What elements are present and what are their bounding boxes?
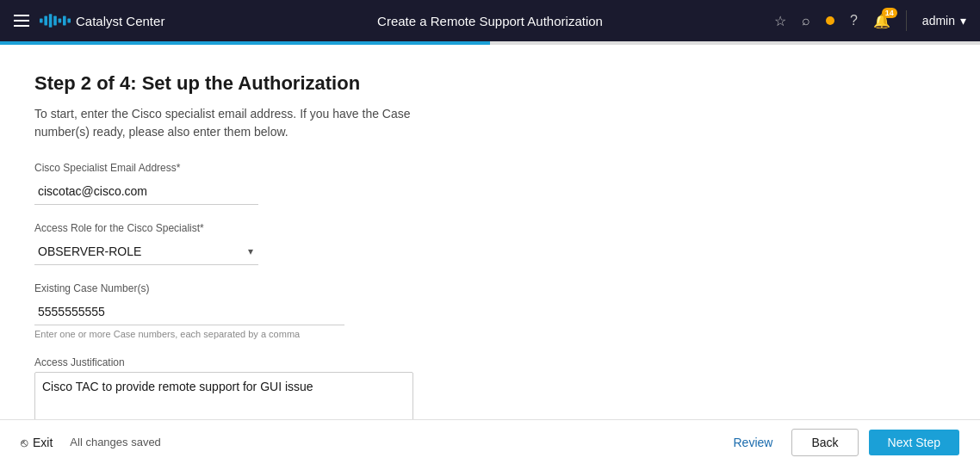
case-number-field[interactable] [34,298,344,325]
role-group: Access Role for the Cisco Specialist* OB… [34,222,946,265]
svg-rect-0 [40,19,43,23]
star-button[interactable]: ☆ [774,13,786,29]
nav-divider [906,10,907,31]
role-select-wrapper: OBSERVER-ROLE ADMIN-ROLE READ-ONLY ▾ [34,238,258,265]
svg-rect-2 [49,14,53,28]
step-title: Step 2 of 4: Set up the Authorization [34,72,946,95]
justification-label: Access Justification [34,356,946,368]
email-field[interactable] [34,177,258,205]
top-nav: Catalyst Center Create a Remote Support … [0,0,980,41]
page-title: Create a Remote Support Authorization [377,14,603,28]
exit-button[interactable]: ⎋ Exit [21,436,53,449]
main-content: Step 2 of 4: Set up the Authorization To… [0,45,980,419]
case-number-group: Existing Case Number(s) Enter one or mor… [34,282,946,339]
role-label: Access Role for the Cisco Specialist* [34,222,946,234]
notifications-badge: 14 [882,8,897,18]
cisco-logo [40,12,71,29]
email-group: Cisco Specialist Email Address* [34,162,946,205]
back-button[interactable]: Back [791,429,858,456]
notifications-button[interactable]: 🔔 14 [873,13,890,29]
admin-section[interactable]: admin ▾ [922,14,966,28]
chevron-down-icon: ▾ [960,14,966,28]
review-button[interactable]: Review [724,430,781,455]
exit-icon: ⎋ [21,436,28,449]
svg-rect-4 [59,19,62,23]
case-number-label: Existing Case Number(s) [34,282,946,294]
justification-textarea[interactable]: Cisco TAC to provide remote support for … [34,372,413,419]
presence-button[interactable] [826,16,834,25]
nav-icons: ☆ ⌕ ? 🔔 14 admin ▾ [774,10,966,31]
svg-rect-5 [63,16,66,26]
next-step-button[interactable]: Next Step [869,430,959,455]
svg-rect-6 [67,19,71,23]
changes-saved-status: All changes saved [70,436,724,449]
justification-group: Access Justification Cisco TAC to provid… [34,356,946,419]
email-label: Cisco Specialist Email Address* [34,162,946,174]
exit-label: Exit [33,436,53,449]
footer-buttons: Review Back Next Step [724,429,959,456]
admin-label: admin [922,14,955,28]
help-button[interactable]: ? [850,13,858,28]
menu-icon[interactable] [14,15,29,27]
case-number-hint: Enter one or more Case numbers, each sep… [34,329,946,339]
svg-rect-3 [53,16,57,26]
presence-dot [826,16,834,25]
app-title: Catalyst Center [76,14,164,28]
svg-rect-1 [44,16,47,26]
footer: ⎋ Exit All changes saved Review Back Nex… [0,419,980,464]
search-button[interactable]: ⌕ [802,13,810,28]
role-select[interactable]: OBSERVER-ROLE ADMIN-ROLE READ-ONLY [34,238,258,265]
step-description: To start, enter the Cisco specialist ema… [34,105,551,141]
